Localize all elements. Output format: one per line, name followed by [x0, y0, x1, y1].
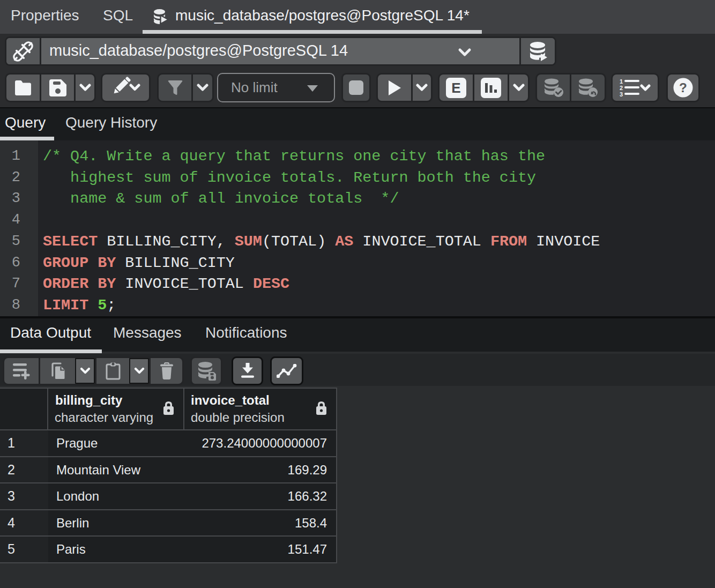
svg-text:3: 3 — [620, 91, 623, 98]
svg-text:?: ? — [679, 80, 687, 95]
svg-text:2: 2 — [620, 85, 623, 91]
svg-text:1: 1 — [620, 78, 623, 85]
svg-text:E: E — [451, 80, 460, 96]
